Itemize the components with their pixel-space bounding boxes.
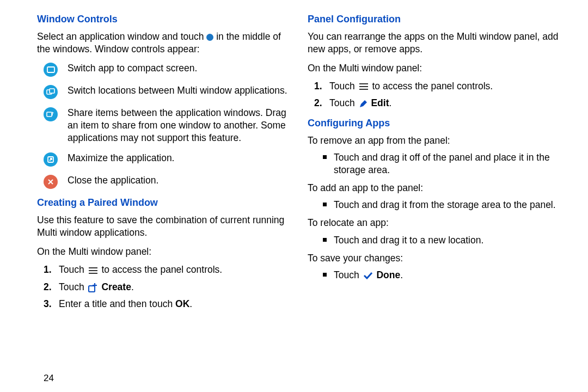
edit-label: Edit bbox=[371, 97, 389, 108]
step-3: 3. Enter a title and then touch OK. bbox=[37, 298, 296, 310]
window-controls-intro: Select an application window and touch i… bbox=[37, 30, 296, 56]
add-app-label: To add an app to the panel: bbox=[308, 182, 566, 194]
share-windows-icon bbox=[44, 107, 59, 121]
create-label: Create bbox=[101, 281, 131, 292]
svg-rect-2 bbox=[50, 89, 54, 93]
save-changes-label: To save your changes: bbox=[308, 252, 566, 265]
step-2: 2. Touch Edit. bbox=[308, 97, 566, 109]
remove-app-label: To remove an app from the panel: bbox=[308, 134, 566, 147]
step-1: 1. Touch to access the panel controls. bbox=[308, 80, 566, 93]
heading-window-controls: Window Controls bbox=[37, 13, 296, 26]
step-2: 2. Touch Create. bbox=[37, 281, 296, 293]
switch-windows-icon bbox=[44, 85, 59, 99]
text: to access the panel controls. bbox=[101, 264, 222, 275]
text: Close the application. bbox=[59, 174, 296, 187]
text: Touch bbox=[59, 281, 87, 292]
svg-rect-5 bbox=[89, 286, 95, 292]
list-item: Touch and drag it off of the panel and p… bbox=[308, 151, 566, 176]
text: . bbox=[400, 270, 403, 280]
compact-screen-icon bbox=[44, 63, 59, 77]
control-item-close: Close the application. bbox=[37, 174, 296, 189]
svg-rect-3 bbox=[47, 112, 52, 117]
add-app-list: Touch and drag it from the storage area … bbox=[308, 199, 566, 211]
text: . bbox=[389, 97, 392, 108]
list-item: Touch Done. bbox=[308, 269, 566, 281]
panel-config-steps: 1. Touch to access the panel controls. 2… bbox=[308, 80, 566, 109]
paired-window-context: On the Multi window panel: bbox=[37, 246, 296, 258]
remove-app-list: Touch and drag it off of the panel and p… bbox=[308, 151, 566, 176]
done-label: Done bbox=[376, 270, 400, 280]
control-item-switch: Switch locations between Multi window ap… bbox=[37, 84, 296, 99]
control-item-compact: Switch app to compact screen. bbox=[37, 62, 296, 77]
relocate-app-list: Touch and drag it to a new location. bbox=[308, 234, 566, 247]
panel-config-context: On the Multi window panel: bbox=[308, 62, 566, 75]
list-item: Touch and drag it to a new location. bbox=[308, 234, 566, 247]
step-number: 1. bbox=[44, 264, 52, 276]
text: . bbox=[131, 281, 134, 292]
heading-configuring-apps: Configuring Apps bbox=[308, 117, 566, 130]
text: Share items between the application wind… bbox=[59, 107, 296, 144]
step-number: 2. bbox=[314, 97, 322, 109]
right-column: Panel Configuration You can rearrange th… bbox=[308, 11, 566, 381]
text: Touch and drag it off of the panel and p… bbox=[334, 152, 550, 175]
step-number: 1. bbox=[314, 80, 322, 93]
text: Touch bbox=[59, 264, 87, 275]
text: Enter a title and then touch bbox=[59, 298, 175, 309]
panel-config-intro: You can rearrange the apps on the Multi … bbox=[308, 30, 566, 56]
close-icon bbox=[44, 175, 59, 189]
text: Switch app to compact screen. bbox=[59, 62, 296, 75]
text: . bbox=[189, 298, 192, 309]
done-check-icon bbox=[363, 272, 373, 279]
edit-pencil-icon bbox=[359, 100, 367, 108]
text: Touch bbox=[334, 270, 362, 280]
hamburger-icon bbox=[359, 83, 369, 90]
list-item: Touch and drag it from the storage area … bbox=[308, 199, 566, 211]
text: Switch locations between Multi window ap… bbox=[59, 84, 296, 97]
text: Maximize the application. bbox=[59, 152, 296, 164]
create-plus-icon bbox=[88, 283, 98, 292]
window-control-dot-icon bbox=[206, 34, 213, 41]
maximize-icon bbox=[44, 152, 59, 167]
step-number: 2. bbox=[44, 281, 52, 293]
text: Touch and drag it from the storage area … bbox=[334, 199, 556, 210]
text: Touch bbox=[329, 97, 358, 108]
relocate-app-label: To relocate an app: bbox=[308, 217, 566, 229]
hamburger-icon bbox=[88, 267, 98, 274]
paired-window-intro: Use this feature to save the combination… bbox=[37, 214, 296, 239]
paired-window-steps: 1. Touch to access the panel controls. 2… bbox=[37, 264, 296, 310]
svg-rect-0 bbox=[47, 67, 54, 72]
text: Touch and drag it to a new location. bbox=[334, 235, 483, 246]
manual-page: Window Controls Select an application wi… bbox=[0, 0, 588, 392]
page-number: 24 bbox=[44, 372, 54, 384]
left-column: Window Controls Select an application wi… bbox=[37, 11, 296, 381]
text: to access the panel controls. bbox=[372, 81, 493, 91]
control-item-share: Share items between the application wind… bbox=[37, 107, 296, 144]
step-number: 3. bbox=[44, 298, 52, 310]
ok-label: OK bbox=[175, 298, 189, 309]
text: Touch bbox=[329, 81, 358, 91]
step-1: 1. Touch to access the panel controls. bbox=[37, 264, 296, 276]
save-changes-list: Touch Done. bbox=[308, 269, 566, 281]
heading-creating-paired-window: Creating a Paired Window bbox=[37, 197, 296, 210]
text: Select an application window and touch bbox=[37, 31, 206, 42]
control-item-maximize: Maximize the application. bbox=[37, 152, 296, 167]
heading-panel-configuration: Panel Configuration bbox=[308, 13, 566, 26]
